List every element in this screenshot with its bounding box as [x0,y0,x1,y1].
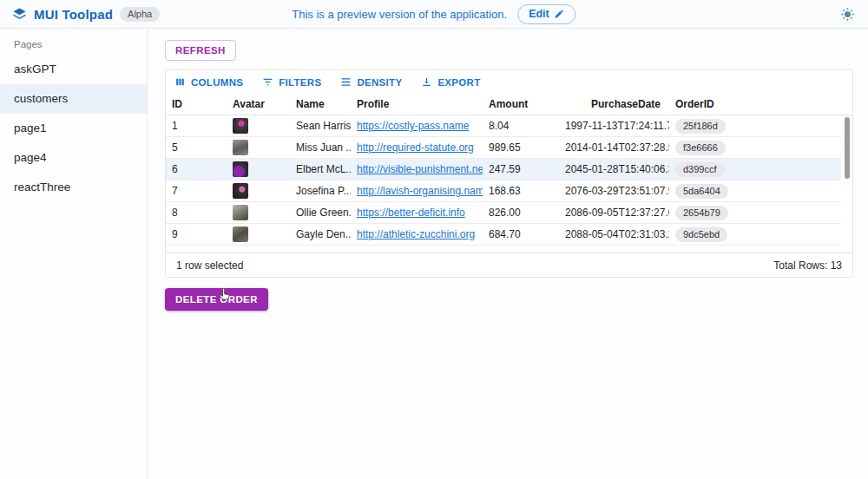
preview-notice: This is a preview version of the applica… [292,8,507,21]
columns-button[interactable]: COLUMNS [174,76,243,88]
filter-icon [262,76,273,88]
column-header-profile[interactable]: Profile [351,98,483,110]
cell-name: Ollie Green... [290,207,351,219]
profile-link[interactable]: http://visible-punishment.net [357,163,483,175]
columns-button-label: COLUMNS [191,77,243,88]
orderid-chip: d399ccf [675,162,725,177]
sun-icon [840,7,855,22]
avatar [233,205,248,220]
total-rows-status: Total Rows: 13 [773,259,842,272]
profile-link[interactable]: https://better-deficit.info [357,207,465,219]
profile-link[interactable]: http://athletic-zucchini.org [357,228,475,240]
avatar [233,118,248,134]
cell-amount: 247.59 [483,163,559,175]
column-header-avatar[interactable]: Avatar [227,98,290,110]
column-header-amount[interactable]: Amount [483,98,559,110]
sidebar-item-page1[interactable]: page1 [0,114,147,143]
cell-purchasedate: 2088-05-04T02:31:03.294Z [559,228,669,240]
cell-id: 9 [166,228,227,240]
avatar [233,140,248,155]
cell-id: 1 [166,120,227,132]
cell-amount: 989.65 [483,141,559,154]
cell-purchasedate: 2045-01-28T15:40:06.325Z [559,163,669,175]
cell-name: Josefina P... [290,185,351,197]
cell-id: 7 [166,185,227,197]
orderid-chip: 9dc5ebd [675,227,727,242]
density-button-label: DENSITY [357,77,402,88]
profile-link[interactable]: https://costly-pass.name [357,120,469,132]
brand: MUI Toolpad Alpha [12,7,160,22]
grid-rows-area: 1 Sean Harris https://costly-pass.name 8… [166,115,852,246]
cell-purchasedate: 1997-11-13T17:24:11.769Z [559,120,669,132]
app-title: MUI Toolpad [34,7,113,22]
grid-header-row: ID Avatar Name Profile Amount PurchaseDa… [166,93,852,115]
filters-button[interactable]: FILTERS [262,76,321,88]
cell-name: Gayle Den... [290,228,351,240]
grid-scrollbar-thumb[interactable] [845,117,850,179]
cell-id: 6 [166,163,227,175]
alpha-badge: Alpha [120,7,160,22]
table-row[interactable]: 7 Josefina P... http://lavish-organising… [166,180,852,202]
edit-button[interactable]: Edit [517,4,576,24]
toolpad-logo-icon [12,7,27,22]
avatar [233,183,248,199]
cell-amount: 8.04 [483,120,559,132]
data-grid-toolbar: COLUMNS FILTERS DENSITY EXPORT [166,70,852,93]
sidebar-item-reactthree[interactable]: reactThree [0,173,147,202]
export-button-label: EXPORT [437,77,480,88]
orderid-chip: 25f186d [675,119,726,134]
cell-purchasedate: 2014-01-14T02:37:28.536Z [559,141,669,154]
avatar [233,161,248,177]
cell-amount: 826.00 [483,207,559,219]
column-header-orderid[interactable]: OrderID [669,98,852,110]
edit-button-label: Edit [529,8,549,20]
grid-scrollbar-track [841,115,852,246]
cell-name: Elbert McL... [290,163,351,175]
sidebar-section-label: Pages [14,39,147,49]
app-bar: MUI Toolpad Alpha This is a preview vers… [0,0,868,29]
profile-link[interactable]: http://lavish-organising.name [357,185,483,197]
cell-id: 5 [166,141,227,154]
profile-link[interactable]: http://required-statute.org [357,141,474,154]
orderid-chip: f3e6666 [675,141,726,155]
selected-rows-status: 1 row selected [176,259,243,272]
cell-name: Sean Harris [290,120,351,132]
table-row-selected[interactable]: 6 Elbert McL... http://visible-punishmen… [166,159,852,180]
sidebar: Pages askGPT customers page1 page4 react… [0,29,148,479]
theme-toggle-button[interactable] [838,5,856,23]
orderid-chip: 5da6404 [675,184,728,199]
sidebar-item-customers[interactable]: customers [0,84,147,114]
page-content: REFRESH COLUMNS FILTERS DENSITY [148,29,868,479]
sidebar-item-askgpt[interactable]: askGPT [0,55,147,84]
pencil-icon [555,9,565,19]
density-icon [340,76,352,88]
columns-icon [174,76,186,88]
table-row[interactable]: 5 Miss Juan ... http://required-statute.… [166,137,852,159]
cell-amount: 168.63 [483,185,559,197]
table-row[interactable]: 8 Ollie Green... https://better-deficit.… [166,202,852,224]
cell-amount: 684.70 [483,228,559,240]
cell-id: 8 [166,207,227,219]
orderid-chip: 2654b79 [675,206,728,220]
column-header-purchasedate[interactable]: PurchaseDate [559,98,669,110]
refresh-button[interactable]: REFRESH [165,40,236,61]
column-header-id[interactable]: ID [166,98,227,110]
filters-button-label: FILTERS [279,77,321,88]
avatar [233,226,248,242]
density-button[interactable]: DENSITY [340,76,402,88]
column-header-name[interactable]: Name [290,98,351,110]
table-row[interactable]: 1 Sean Harris https://costly-pass.name 8… [166,115,852,137]
grid-footer: 1 row selected Total Rows: 13 [166,253,852,277]
delete-order-button[interactable]: DELETE ORDER [165,288,268,311]
sidebar-item-page4[interactable]: page4 [0,143,147,173]
export-icon [421,76,432,88]
table-row[interactable]: 9 Gayle Den... http://athletic-zucchini.… [166,224,852,246]
cell-purchasedate: 2086-09-05T12:37:27.015Z [559,207,669,219]
data-grid: COLUMNS FILTERS DENSITY EXPORT [165,69,853,278]
export-button[interactable]: EXPORT [421,76,480,88]
cell-purchasedate: 2076-03-29T23:51:07.968Z [559,185,669,197]
cell-name: Miss Juan ... [290,141,351,154]
